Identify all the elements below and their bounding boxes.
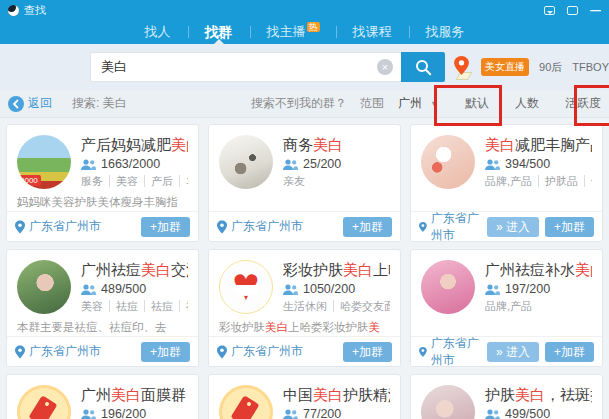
- location-pin-icon: [15, 220, 25, 234]
- join-group-button[interactable]: +加群: [343, 217, 392, 237]
- group-title[interactable]: 彩妆护肤美白上哈娄: [283, 260, 390, 279]
- find-group-window: 查找 — 找人 找群 找主播热 找课程 找服务 ×: [0, 0, 609, 419]
- group-location: 广东省广州市: [431, 335, 487, 368]
- window-title: 查找: [24, 3, 46, 18]
- tab-find-people[interactable]: 找人: [128, 20, 188, 44]
- group-tags: 美容祛痘祛痘祛痘祛痘…: [81, 299, 188, 314]
- avatar-member-badge: 2000: [17, 175, 41, 186]
- group-card: 广州美白面膜群 196/200 美容: [6, 374, 199, 419]
- tab-find-streamer[interactable]: 找主播热: [250, 20, 336, 45]
- group-avatar[interactable]: [421, 135, 475, 189]
- tab-find-course[interactable]: 找课程: [336, 20, 409, 44]
- magnifier-icon: [414, 58, 432, 76]
- search-strip: × 美女直播 90后 TFBOY: [0, 44, 609, 90]
- back-arrow-icon: [8, 96, 24, 112]
- group-avatar[interactable]: [17, 260, 71, 314]
- tab-find-group[interactable]: 找群: [188, 20, 250, 44]
- location-pin-icon: [419, 345, 427, 359]
- enter-group-button[interactable]: » 进入: [487, 217, 539, 237]
- members-icon: [81, 409, 96, 419]
- group-avatar[interactable]: [219, 385, 273, 419]
- group-card: 中国美白护肤精油群 77/200 品牌,产品: [208, 374, 401, 419]
- member-count: 25/200: [303, 157, 341, 171]
- group-title[interactable]: 商务美白: [283, 135, 390, 154]
- back-button[interactable]: 返回: [8, 95, 52, 112]
- group-card: 护肤美白，祛斑抗皱 499/500 美容护肤品祛斑: [410, 374, 603, 419]
- member-count: 1663/2000: [101, 157, 160, 171]
- search-button[interactable]: [401, 52, 445, 82]
- group-location: 广东省广州市: [29, 218, 101, 235]
- member-count: 196/200: [101, 407, 146, 419]
- location-pin-icon: [15, 345, 25, 359]
- group-location: 广东省广州市: [29, 343, 101, 360]
- sort-activity[interactable]: 活跃度: [565, 95, 601, 112]
- member-count: 499/500: [505, 407, 550, 419]
- enter-group-button[interactable]: » 进入: [487, 342, 539, 362]
- group-avatar[interactable]: [17, 385, 71, 419]
- current-query-label: 搜索: 美白: [72, 95, 127, 112]
- members-icon: [283, 284, 298, 295]
- join-group-button[interactable]: +加群: [545, 217, 594, 237]
- members-icon: [283, 409, 298, 419]
- member-count: 77/200: [303, 407, 341, 419]
- group-title[interactable]: 中国美白护肤精油群: [283, 385, 390, 404]
- sort-default[interactable]: 默认: [465, 95, 489, 112]
- group-tags: 服务美容产后丰胸面膜…: [81, 174, 188, 189]
- join-group-button[interactable]: +加群: [545, 342, 594, 362]
- group-avatar[interactable]: [421, 260, 475, 314]
- join-group-button[interactable]: +加群: [141, 342, 190, 362]
- join-group-button[interactable]: +加群: [141, 217, 190, 237]
- group-tags: 生活休闲哈娄交友面膜哈娄星...: [283, 299, 390, 314]
- quick-link-tfboy[interactable]: TFBOY: [572, 61, 609, 73]
- quick-link-90s[interactable]: 90后: [539, 60, 562, 75]
- scope-label: 范围: [360, 95, 384, 112]
- sort-members[interactable]: 人数: [515, 95, 539, 112]
- group-card: 广州祛痘美白交流 489/500 美容祛痘祛痘祛痘祛痘… 本群主要是祛痘、祛痘印…: [6, 249, 199, 367]
- app-box-icon[interactable]: [567, 6, 578, 15]
- group-title[interactable]: 广州美白面膜群: [81, 385, 188, 404]
- search-input[interactable]: [90, 52, 401, 82]
- window-header: 查找 — 找人 找群 找主播热 找课程 找服务: [0, 0, 609, 44]
- nav-tabs: 找人 找群 找主播热 找课程 找服务: [0, 20, 609, 44]
- group-location: 广东省广州市: [231, 218, 303, 235]
- member-count: 489/500: [101, 282, 146, 296]
- titlebar: 查找 —: [0, 0, 609, 20]
- group-avatar[interactable]: [219, 135, 273, 189]
- join-group-button[interactable]: +加群: [343, 342, 392, 362]
- group-tags: 品牌,产品: [485, 299, 592, 314]
- group-tags: 亲友: [283, 174, 390, 189]
- member-count: 394/500: [505, 157, 550, 171]
- group-location: 广东省广州市: [431, 210, 487, 243]
- live-beauty-badge[interactable]: 美女直播: [481, 58, 529, 76]
- group-card: 2000 产后妈妈减肥美白丰胸 1663/2000 服务美容产后丰胸面膜…: [6, 124, 199, 242]
- members-icon: [81, 159, 96, 170]
- filter-bar: 返回 搜索: 美白 搜索不到我的群？ 范围 广州 ▼ 默认 人数 活跃度: [0, 90, 609, 118]
- group-title[interactable]: 广州祛痘补水美白群: [485, 260, 592, 279]
- members-icon: [485, 284, 500, 295]
- members-icon: [485, 409, 500, 419]
- members-icon: [283, 159, 298, 170]
- minimize-button[interactable]: —: [590, 6, 601, 15]
- chevron-down-icon: ▼: [430, 99, 439, 109]
- group-avatar[interactable]: [421, 385, 475, 419]
- group-title[interactable]: 美白减肥丰胸产品交流: [485, 135, 592, 154]
- group-title[interactable]: 广州祛痘美白交流: [81, 260, 188, 279]
- group-title[interactable]: 产后妈妈减肥美白丰胸: [81, 135, 188, 154]
- tab-find-service[interactable]: 找服务: [409, 20, 482, 44]
- group-avatar[interactable]: 2000: [17, 135, 71, 189]
- scope-dropdown[interactable]: 广州 ▼: [398, 95, 439, 112]
- group-title[interactable]: 护肤美白，祛斑抗皱: [485, 385, 592, 404]
- member-count: 1050/200: [303, 282, 355, 296]
- clear-search-icon[interactable]: ×: [377, 59, 393, 75]
- members-icon: [81, 284, 96, 295]
- cant-find-group-link[interactable]: 搜索不到我的群？: [251, 95, 347, 112]
- group-location: 广东省广州市: [231, 343, 303, 360]
- group-card: 彩妆护肤美白上哈娄 1050/200 生活休闲哈娄交友面膜哈娄星... 彩妆护肤…: [208, 249, 401, 367]
- nearby-groups-icon[interactable]: [454, 56, 469, 79]
- group-grid: 2000 产后妈妈减肥美白丰胸 1663/2000 服务美容产后丰胸面膜…: [0, 119, 609, 419]
- hot-badge: 热: [307, 22, 320, 32]
- group-avatar[interactable]: [219, 260, 273, 314]
- member-count: 197/200: [505, 282, 550, 296]
- group-tags: 品牌,产品护肤品化妆品香水…: [485, 174, 592, 189]
- feedback-icon[interactable]: [544, 6, 555, 15]
